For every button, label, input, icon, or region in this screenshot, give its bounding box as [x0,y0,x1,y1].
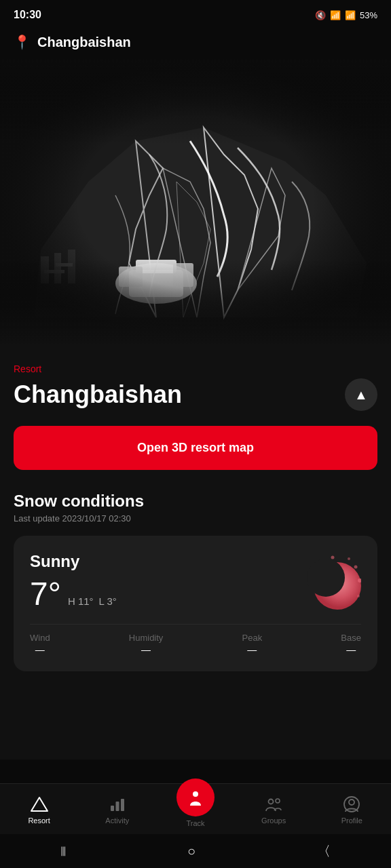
base-value: — [346,644,356,655]
weather-info: Sunny 7° H 11° L 3° [30,552,117,612]
nav-item-profile[interactable]: Profile [331,795,372,825]
resort-name: Changbaishan [14,380,182,409]
weather-temp-main: 7° [30,575,61,612]
main-content: Resort Changbaishan ▲ Open 3D resort map… [0,344,391,760]
nav-item-resort[interactable]: Resort [19,795,60,825]
svg-rect-30 [121,799,124,811]
svg-point-33 [276,799,280,803]
navigate-button[interactable]: ▲ [345,378,377,411]
wind-value: — [35,644,45,655]
humidity-value: — [141,644,151,655]
nav-item-activity[interactable]: Activity [97,795,138,825]
home-button[interactable]: ○ [187,844,196,859]
snow-conditions-title: Snow conditions [14,492,377,511]
groups-icon [264,795,283,814]
weather-stats: Wind — Humidity — Peak — Base — [30,624,361,655]
nav-track-label: Track [186,819,204,827]
location-pin-icon: 📍 [14,34,31,50]
track-button[interactable] [176,778,215,816]
track-icon [186,788,205,807]
weather-stat-humidity: Humidity — [129,633,164,655]
svg-point-24 [348,557,350,560]
header-title: Changbaishan [37,35,131,50]
nav-resort-label: Resort [28,816,50,825]
peak-label: Peak [242,633,263,643]
nav-groups-label: Groups [261,816,286,825]
weather-stat-wind: Wind — [30,633,50,655]
header: 📍 Changbaishan [0,27,391,60]
battery-label: 53% [360,10,377,20]
svg-point-35 [349,800,354,805]
svg-rect-29 [115,802,119,811]
status-time: 10:30 [14,9,41,21]
svg-point-21 [307,559,345,597]
weather-stat-base: Base — [341,633,361,655]
weather-card: Sunny 7° H 11° L 3° [14,536,377,671]
wifi-icon: 📶 [330,10,341,20]
wind-label: Wind [30,633,50,643]
svg-point-25 [331,556,335,559]
svg-rect-28 [111,806,114,811]
svg-point-23 [354,566,358,569]
profile-icon [342,795,361,814]
open-3d-button[interactable]: Open 3D resort map [14,426,377,470]
weather-top: Sunny 7° H 11° L 3° [30,552,361,613]
svg-marker-27 [31,797,48,811]
nav-item-groups[interactable]: Groups [253,795,294,825]
weather-temp-row: 7° H 11° L 3° [30,575,117,612]
snow-conditions-update: Last update 2023/10/17 02:30 [14,513,377,524]
peak-value: — [247,644,257,655]
svg-point-31 [193,791,198,797]
weather-stat-peak: Peak — [242,633,263,655]
resort-icon [30,795,49,814]
svg-rect-19 [0,60,391,344]
signal-icon: 📶 [345,10,356,20]
navigate-icon: ▲ [354,387,368,403]
resort-label: Resort [14,363,377,374]
mute-icon: 🔇 [315,10,326,20]
nav-activity-label: Activity [105,816,129,825]
resort-name-row: Changbaishan ▲ [14,378,377,411]
nav-profile-label: Profile [341,816,362,825]
nav-item-track[interactable]: Track [175,792,216,827]
status-icons: 🔇 📶 📶 53% [315,10,377,20]
svg-point-32 [269,800,274,804]
weather-condition: Sunny [30,552,117,571]
svg-point-26 [357,595,360,597]
weather-temp-low: L 3° [99,595,117,607]
resort-map-image [0,60,391,344]
bottom-nav: Resort Activity Track Groups [0,783,391,834]
humidity-label: Humidity [129,633,164,643]
sunny-icon [300,552,361,613]
activity-icon [108,795,127,814]
base-label: Base [341,633,361,643]
back-button[interactable]: 〈 [317,842,331,861]
system-nav: ⦀ ○ 〈 [0,834,391,868]
status-bar: 10:30 🔇 📶 📶 53% [0,0,391,27]
hero-map [0,60,391,344]
weather-temp-high: H 11° [68,595,94,607]
bottom-spacer [14,671,377,760]
recent-apps-button[interactable]: ⦀ [60,844,66,859]
weather-icon-container [300,552,361,613]
weather-high-low: H 11° L 3° [68,595,117,607]
